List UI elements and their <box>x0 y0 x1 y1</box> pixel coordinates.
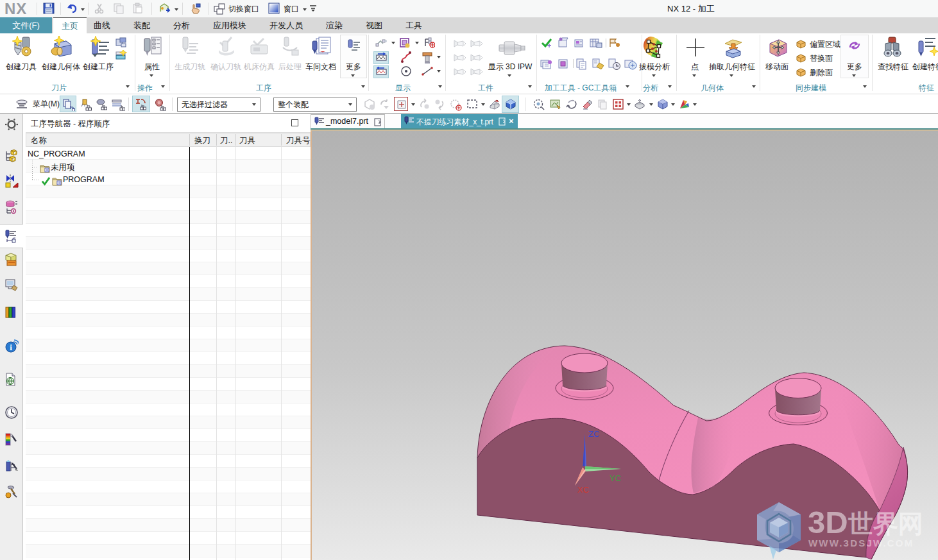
svg-text:3D: 3D <box>808 505 848 539</box>
svg-text:WWW.3DSJW.COM: WWW.3DSJW.COM <box>808 538 914 548</box>
svg-text:ZC: ZC <box>588 429 599 439</box>
svg-text:i: i <box>10 343 12 352</box>
svg-text:YC: YC <box>610 473 621 483</box>
svg-text:XC: XC <box>577 485 589 495</box>
svg-text:世界网: 世界网 <box>848 510 923 538</box>
